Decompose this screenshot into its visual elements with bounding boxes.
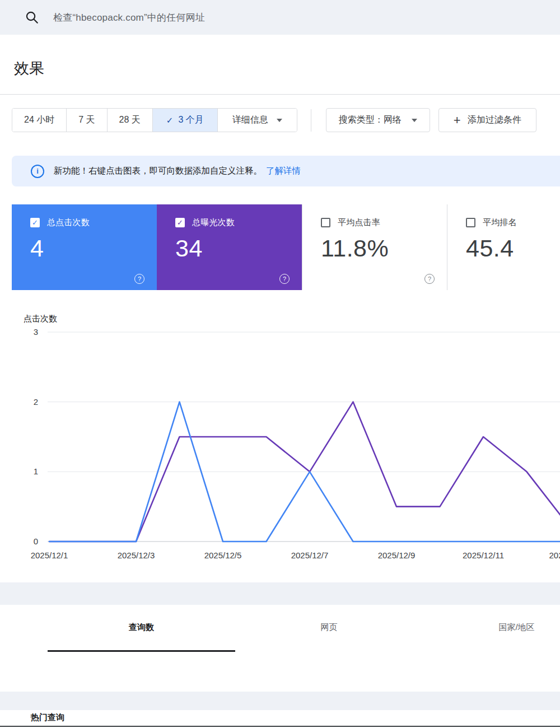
top-queries-header: 热门查询 bbox=[31, 712, 64, 723]
learn-more-link[interactable]: 了解详情 bbox=[266, 165, 301, 177]
new-feature-banner: i 新功能！右键点击图表，即可向数据添加自定义注释。 了解详情 bbox=[12, 156, 560, 186]
section-gap bbox=[0, 582, 560, 605]
checkbox-checked-icon[interactable]: ✓ bbox=[175, 218, 185, 227]
tab-pages[interactable]: 网页 bbox=[235, 605, 423, 652]
avg-position-card-header: 平均排名 bbox=[466, 217, 560, 228]
date-range-3mo-label: 3 个月 bbox=[178, 114, 203, 126]
search-type-dropdown[interactable]: 搜索类型：网络 bbox=[326, 108, 430, 132]
banner-text: 新功能！右键点击图表，即可向数据添加自定义注释。 bbox=[54, 165, 262, 177]
svg-text:2025/12/9: 2025/12/9 bbox=[378, 550, 416, 560]
svg-text:2025/12/3: 2025/12/3 bbox=[118, 550, 155, 560]
svg-text:1: 1 bbox=[34, 466, 38, 476]
details-dropdown-button[interactable]: 详细信息 bbox=[217, 109, 297, 132]
total-impressions-card-header: ✓ 总曝光次数 bbox=[175, 217, 302, 228]
total-clicks-label: 总点击次数 bbox=[47, 217, 90, 228]
add-filter-button[interactable]: + 添加过滤条件 bbox=[438, 108, 536, 132]
date-range-28d-button[interactable]: 28 天 bbox=[107, 109, 152, 132]
avg-ctr-card-header: 平均点击率 bbox=[321, 217, 447, 228]
date-range-group: 24 小时 7 天 28 天 ✓ 3 个月 详细信息 bbox=[12, 108, 297, 132]
performance-chart[interactable]: 0123点击次数2025/12/12025/12/32025/12/52025/… bbox=[0, 302, 560, 566]
chevron-down-icon bbox=[277, 119, 282, 122]
info-icon: i bbox=[31, 165, 44, 178]
filter-toolbar: 24 小时 7 天 28 天 ✓ 3 个月 详细信息 搜索类型：网络 + 添加过… bbox=[12, 108, 536, 132]
section-gap bbox=[0, 692, 560, 710]
page-title: 效果 bbox=[14, 58, 44, 78]
table-header-divider bbox=[0, 726, 560, 727]
avg-ctr-card[interactable]: 平均点击率 11.8% ? bbox=[302, 204, 447, 290]
dimension-tabs: 查询数 网页 国家/地区 bbox=[48, 605, 560, 652]
svg-text:2025/12/5: 2025/12/5 bbox=[204, 550, 242, 560]
toolbar-divider bbox=[311, 109, 311, 132]
svg-text:点击次数: 点击次数 bbox=[24, 314, 57, 323]
avg-position-value: 45.4 bbox=[466, 235, 560, 262]
date-range-3mo-button[interactable]: ✓ 3 个月 bbox=[152, 109, 217, 132]
checkbox-unchecked-icon[interactable] bbox=[466, 218, 475, 227]
checkbox-unchecked-icon[interactable] bbox=[321, 218, 330, 227]
svg-text:2025/12/13: 2025/12/13 bbox=[549, 550, 560, 560]
url-inspection-bar[interactable]: 检查“hbecopack.com”中的任何网址 bbox=[0, 0, 560, 35]
tab-queries[interactable]: 查询数 bbox=[48, 605, 235, 652]
svg-text:0: 0 bbox=[34, 536, 38, 546]
total-impressions-card[interactable]: ✓ 总曝光次数 34 ? bbox=[157, 204, 302, 290]
date-range-24h-button[interactable]: 24 小时 bbox=[12, 109, 66, 132]
metric-cards: ✓ 总点击次数 4 ? ✓ 总曝光次数 34 ? 平均点击率 11.8% ? 平… bbox=[12, 204, 560, 290]
search-type-label: 搜索类型：网络 bbox=[339, 114, 402, 126]
svg-text:2025/12/11: 2025/12/11 bbox=[463, 550, 504, 560]
details-label: 详细信息 bbox=[232, 114, 268, 126]
tab-countries[interactable]: 国家/地区 bbox=[423, 605, 560, 652]
performance-chart-svg[interactable]: 0123点击次数2025/12/12025/12/32025/12/52025/… bbox=[0, 302, 560, 566]
total-clicks-value: 4 bbox=[30, 235, 157, 262]
help-icon[interactable]: ? bbox=[134, 274, 144, 284]
chevron-down-icon bbox=[412, 119, 417, 122]
date-range-7d-button[interactable]: 7 天 bbox=[66, 109, 106, 132]
add-filter-label: 添加过滤条件 bbox=[468, 114, 521, 126]
total-impressions-value: 34 bbox=[175, 235, 302, 262]
avg-ctr-value: 11.8% bbox=[321, 235, 447, 262]
total-clicks-card[interactable]: ✓ 总点击次数 4 ? bbox=[12, 204, 157, 290]
date-range-7d-label: 7 天 bbox=[78, 114, 95, 126]
check-icon: ✓ bbox=[166, 115, 174, 125]
avg-position-label: 平均排名 bbox=[483, 217, 517, 228]
avg-ctr-label: 平均点击率 bbox=[338, 217, 380, 228]
url-inspection-placeholder[interactable]: 检查“hbecopack.com”中的任何网址 bbox=[53, 11, 205, 24]
svg-text:2025/12/7: 2025/12/7 bbox=[291, 550, 329, 560]
svg-text:3: 3 bbox=[34, 327, 38, 337]
search-icon[interactable] bbox=[25, 10, 39, 25]
help-icon[interactable]: ? bbox=[279, 274, 290, 284]
header-divider bbox=[0, 94, 560, 95]
date-range-28d-label: 28 天 bbox=[119, 114, 141, 126]
svg-text:2: 2 bbox=[34, 397, 38, 407]
svg-text:2025/12/1: 2025/12/1 bbox=[31, 550, 68, 560]
total-clicks-card-header: ✓ 总点击次数 bbox=[30, 217, 157, 228]
plus-icon: + bbox=[454, 114, 461, 127]
avg-position-card[interactable]: 平均排名 45.4 ? bbox=[447, 204, 560, 290]
checkbox-checked-icon[interactable]: ✓ bbox=[30, 218, 40, 227]
date-range-24h-label: 24 小时 bbox=[24, 114, 54, 126]
total-impressions-label: 总曝光次数 bbox=[192, 217, 235, 228]
help-icon[interactable]: ? bbox=[424, 274, 435, 284]
